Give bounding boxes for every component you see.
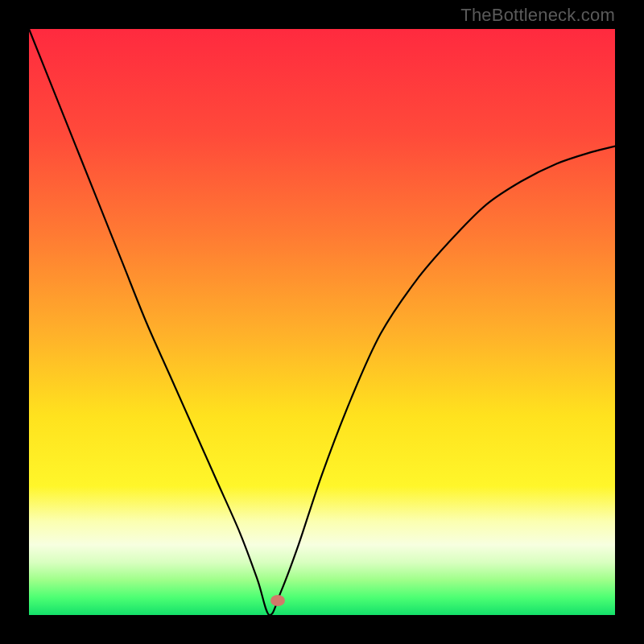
chart-frame: TheBottleneck.com	[0, 0, 644, 644]
plot-area	[29, 29, 615, 615]
optimum-marker	[270, 595, 285, 606]
watermark-text: TheBottleneck.com	[460, 5, 615, 26]
bottleneck-curve	[29, 29, 615, 615]
